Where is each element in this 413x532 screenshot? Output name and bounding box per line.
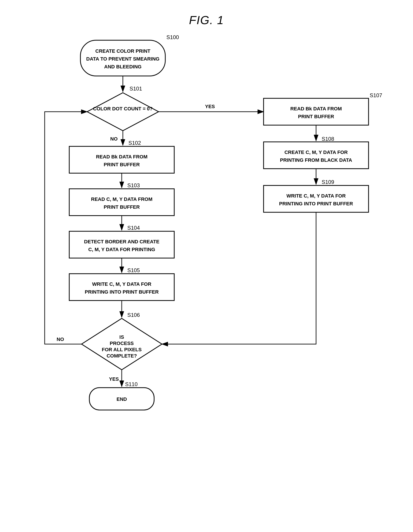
svg-text:YES: YES <box>109 376 119 382</box>
node-s105: WRITE C, M, Y DATA FOR PRINTING INTO PRI… <box>69 274 174 301</box>
label-s110: S110 <box>125 381 138 387</box>
label-s109: S109 <box>322 179 334 185</box>
svg-text:COMPLETE?: COMPLETE? <box>107 353 137 359</box>
svg-text:NO: NO <box>57 336 64 342</box>
svg-text:DATA TO PREVENT SMEARING: DATA TO PREVENT SMEARING <box>86 56 160 62</box>
svg-rect-41 <box>263 142 368 169</box>
label-s105: S105 <box>127 267 140 273</box>
svg-text:IS: IS <box>120 334 124 340</box>
svg-text:C, M, Y DATA FOR PRINTING: C, M, Y DATA FOR PRINTING <box>88 247 155 252</box>
svg-text:PRINT BUFFER: PRINT BUFFER <box>104 162 140 167</box>
svg-text:NO: NO <box>110 136 118 142</box>
svg-text:READ Bk DATA FROM: READ Bk DATA FROM <box>290 106 342 112</box>
node-s101: COLOR DOT COUNT = 0? S101 <box>87 86 159 131</box>
svg-text:PRINT BUFFER: PRINT BUFFER <box>298 114 334 119</box>
label-s100: S100 <box>166 34 179 40</box>
svg-text:COLOR DOT COUNT = 0?: COLOR DOT COUNT = 0? <box>93 106 152 112</box>
svg-text:PRINTING FROM BLACK DATA: PRINTING FROM BLACK DATA <box>280 157 352 163</box>
page-title: FIG. 1 <box>0 0 413 27</box>
svg-rect-11 <box>69 146 174 173</box>
svg-rect-15 <box>69 189 174 216</box>
node-s108: CREATE C, M, Y DATA FOR PRINTING FROM BL… <box>263 142 368 169</box>
svg-rect-19 <box>69 231 174 258</box>
label-s107: S107 <box>370 92 382 98</box>
flowchart: CREATE COLOR PRINT DATA TO PREVENT SMEAR… <box>0 27 413 532</box>
label-s108: S108 <box>322 136 334 142</box>
svg-text:READ Bk DATA FROM: READ Bk DATA FROM <box>96 154 148 160</box>
node-s107: READ Bk DATA FROM PRINT BUFFER S107 <box>263 92 382 125</box>
node-s100: CREATE COLOR PRINT DATA TO PREVENT SMEAR… <box>80 34 179 76</box>
label-s102: S102 <box>128 140 141 146</box>
node-s104: DETECT BORDER AND CREATE C, M, Y DATA FO… <box>69 231 174 258</box>
label-s106: S106 <box>127 312 140 318</box>
svg-text:WRITE C, M, Y DATA FOR: WRITE C, M, Y DATA FOR <box>92 281 151 287</box>
node-s110: END <box>89 388 154 410</box>
label-s104: S104 <box>127 225 140 231</box>
svg-text:WRITE C, M, Y DATA FOR: WRITE C, M, Y DATA FOR <box>286 193 346 199</box>
node-s109: WRITE C, M, Y DATA FOR PRINTING INTO PRI… <box>263 185 368 212</box>
svg-text:READ C, M, Y DATA FROM: READ C, M, Y DATA FROM <box>91 196 152 202</box>
svg-text:FOR ALL PIXELS: FOR ALL PIXELS <box>102 347 142 352</box>
label-s103: S103 <box>127 182 140 188</box>
node-s103: READ C, M, Y DATA FROM PRINT BUFFER <box>69 189 174 216</box>
svg-text:PROCESS: PROCESS <box>110 341 134 346</box>
svg-text:PRINT BUFFER: PRINT BUFFER <box>104 204 140 210</box>
label-s101: S101 <box>130 86 142 92</box>
node-s106: IS PROCESS FOR ALL PIXELS COMPLETE? <box>82 318 162 370</box>
svg-text:CREATE COLOR PRINT: CREATE COLOR PRINT <box>95 48 150 54</box>
svg-marker-5 <box>87 93 159 131</box>
svg-rect-23 <box>69 274 174 301</box>
svg-rect-45 <box>263 185 368 212</box>
svg-text:CREATE C, M, Y DATA FOR: CREATE C, M, Y DATA FOR <box>284 150 347 155</box>
svg-text:END: END <box>117 396 127 402</box>
svg-text:PRINTING INTO PRINT BUFFER: PRINTING INTO PRINT BUFFER <box>85 289 159 295</box>
svg-text:PRINTING INTO PRINT BUFFER: PRINTING INTO PRINT BUFFER <box>279 201 353 207</box>
node-s102: READ Bk DATA FROM PRINT BUFFER <box>69 146 174 173</box>
svg-text:DETECT BORDER AND CREATE: DETECT BORDER AND CREATE <box>84 239 159 244</box>
svg-rect-37 <box>263 98 368 125</box>
svg-text:AND BLEEDING: AND BLEEDING <box>104 64 141 69</box>
svg-text:YES: YES <box>205 104 215 109</box>
